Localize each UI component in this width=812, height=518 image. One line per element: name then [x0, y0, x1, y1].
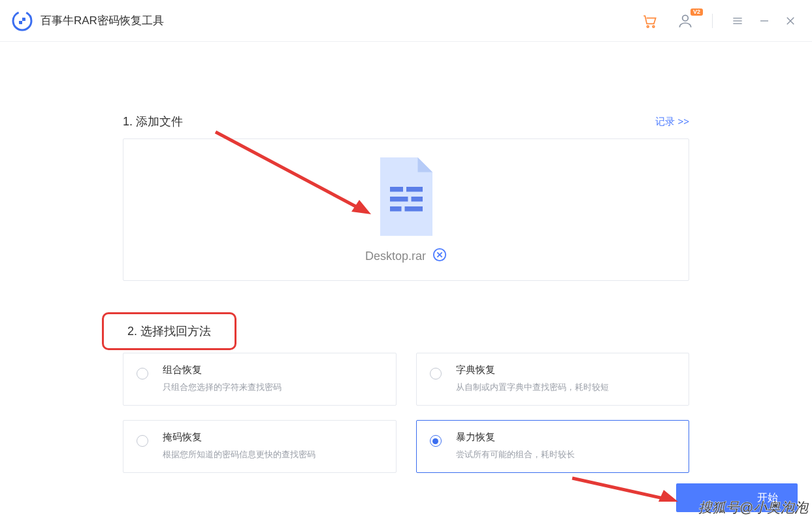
svg-rect-15 [390, 197, 408, 202]
svg-line-24 [572, 478, 666, 499]
methods-grid: 组合恢复 只组合您选择的字符来查找密码 字典恢复 从自制或内置字典中查找密码，耗… [123, 353, 689, 473]
vip-badge: V2 [690, 8, 703, 16]
step2-highlight-box: 2. 选择找回方法 [102, 312, 236, 350]
svg-rect-13 [390, 187, 403, 192]
method-title: 字典恢复 [456, 364, 609, 376]
file-name: Desktop.rar [365, 250, 426, 263]
window-controls [731, 14, 796, 27]
method-combination[interactable]: 组合恢复 只组合您选择的字符来查找密码 [123, 353, 397, 406]
radio-icon [430, 368, 442, 380]
separator [712, 14, 713, 28]
cart-icon[interactable] [641, 12, 658, 29]
minimize-icon[interactable] [758, 15, 770, 27]
user-icon[interactable]: V2 [677, 12, 694, 29]
titlebar-right: V2 [641, 12, 796, 29]
radio-icon [137, 368, 148, 380]
svg-point-4 [647, 25, 649, 27]
menu-icon[interactable] [731, 14, 744, 27]
svg-rect-18 [404, 206, 423, 212]
records-link[interactable]: 记录 >> [655, 116, 689, 128]
method-desc: 尝试所有可能的组合，耗时较长 [456, 449, 575, 461]
method-title: 组合恢复 [163, 364, 282, 376]
app-title: 百事牛RAR密码恢复工具 [41, 13, 164, 28]
document-icon [374, 155, 439, 241]
remove-file-icon[interactable] [432, 248, 447, 265]
step1-header: 1. 添加文件 记录 >> [63, 114, 749, 138]
method-title: 暴力恢复 [456, 431, 575, 444]
svg-marker-25 [658, 490, 678, 502]
main-content: 1. 添加文件 记录 >> Desktop.rar [0, 42, 812, 473]
step2-title: 2. 选择找回方法 [127, 323, 211, 339]
method-title: 掩码恢复 [163, 431, 316, 444]
radio-icon [430, 435, 442, 447]
svg-rect-14 [406, 187, 423, 192]
annotation-arrow-icon [568, 473, 686, 510]
selected-file-row: Desktop.rar [365, 248, 447, 265]
method-dictionary[interactable]: 字典恢复 从自制或内置字典中查找密码，耗时较短 [416, 353, 690, 406]
svg-rect-2 [19, 18, 22, 21]
method-desc: 只组合您选择的字符来查找密码 [163, 381, 282, 393]
svg-rect-17 [390, 206, 402, 212]
close-icon[interactable] [785, 15, 796, 27]
step1-title: 1. 添加文件 [123, 114, 183, 129]
method-bruteforce[interactable]: 暴力恢复 尝试所有可能的组合，耗时较长 [416, 420, 690, 473]
titlebar-left: 百事牛RAR密码恢复工具 [12, 10, 164, 31]
svg-rect-3 [22, 21, 25, 24]
radio-icon [137, 435, 148, 447]
titlebar: 百事牛RAR密码恢复工具 V2 [0, 0, 812, 42]
app-logo-icon [12, 10, 33, 31]
method-desc: 根据您所知道的密码信息更快的查找密码 [163, 449, 316, 461]
svg-rect-16 [411, 197, 423, 202]
svg-point-6 [683, 15, 689, 21]
watermark: 搜狐号@小奥泡泡 [698, 498, 808, 517]
file-drop-area[interactable]: Desktop.rar [123, 138, 689, 281]
method-mask[interactable]: 掩码恢复 根据您所知道的密码信息更快的查找密码 [123, 420, 397, 473]
method-desc: 从自制或内置字典中查找密码，耗时较短 [456, 381, 609, 393]
svg-point-5 [653, 25, 655, 27]
